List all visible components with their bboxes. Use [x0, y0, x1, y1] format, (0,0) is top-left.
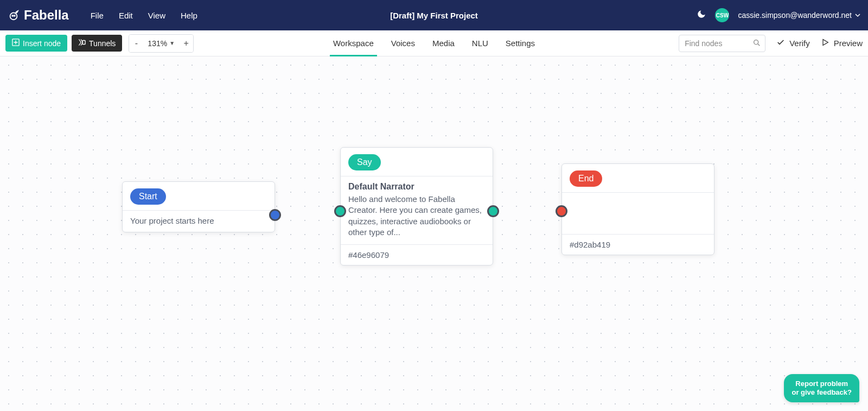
tunnel-icon — [78, 39, 86, 48]
node-end[interactable]: End #d92ab419 — [561, 163, 714, 255]
menu-edit[interactable]: Edit — [119, 11, 133, 20]
node-say[interactable]: Say Default Narrator Hello and welcome t… — [340, 147, 493, 265]
node-start[interactable]: Start Your project starts here — [122, 181, 275, 232]
workspace-canvas[interactable]: Start Your project starts here Say Defau… — [0, 56, 868, 411]
menu-view[interactable]: View — [148, 11, 165, 20]
menu-file[interactable]: File — [91, 11, 104, 20]
node-say-label: Say — [348, 154, 381, 170]
node-end-id: #d92ab419 — [562, 234, 714, 255]
user-email-text: cassie.simpson@wanderword.net — [738, 11, 852, 20]
main-menu: File Edit View Help — [91, 11, 197, 20]
tab-media[interactable]: Media — [432, 30, 455, 56]
node-say-id: #46e96079 — [341, 244, 493, 265]
user-avatar[interactable]: CSW — [715, 8, 729, 22]
brand-name: Fabella — [24, 8, 69, 23]
node-start-label: Start — [130, 188, 166, 205]
preview-button[interactable]: Preview — [821, 38, 863, 48]
port-say-out[interactable] — [487, 205, 499, 217]
port-start-out[interactable] — [269, 209, 281, 221]
search-wrap — [679, 35, 765, 52]
node-say-text: Hello and welcome to Fabella Creator. He… — [348, 194, 485, 238]
workspace-tabs: Workspace Voices Media NLU Settings — [333, 30, 535, 56]
plus-icon — [12, 39, 20, 48]
toolbar: Insert node Tunnels - 131% ▼ + Workspace… — [0, 30, 868, 56]
search-icon — [752, 39, 761, 49]
project-title[interactable]: [Draft] My First Project — [390, 11, 478, 20]
caret-down-icon: ▼ — [169, 40, 175, 46]
zoom-control: - 131% ▼ + — [129, 34, 194, 53]
node-end-label: End — [570, 170, 602, 187]
tab-settings[interactable]: Settings — [506, 30, 535, 56]
svg-point-2 — [14, 15, 15, 16]
play-icon — [821, 38, 829, 48]
menu-help[interactable]: Help — [181, 11, 197, 20]
port-end-in[interactable] — [556, 205, 567, 217]
verify-button[interactable]: Verify — [776, 38, 810, 48]
tunnels-button[interactable]: Tunnels — [72, 35, 122, 52]
zoom-in-button[interactable]: + — [179, 35, 193, 52]
theme-toggle-icon[interactable] — [697, 9, 706, 21]
port-say-in[interactable] — [334, 205, 346, 217]
check-icon — [776, 38, 785, 48]
tab-workspace[interactable]: Workspace — [333, 30, 374, 56]
chevron-down-icon — [855, 11, 860, 20]
edges-layer — [0, 56, 163, 138]
feedback-button[interactable]: Report problem or give feedback? — [784, 374, 859, 403]
zoom-value[interactable]: 131% ▼ — [143, 39, 179, 48]
brand-icon — [8, 9, 20, 21]
node-say-subtitle: Default Narrator — [348, 182, 485, 192]
tab-nlu[interactable]: NLU — [472, 30, 488, 56]
tab-voices[interactable]: Voices — [391, 30, 415, 56]
user-menu[interactable]: cassie.simpson@wanderword.net — [738, 11, 860, 20]
node-start-body: Your project starts here — [130, 216, 214, 225]
svg-point-5 — [754, 40, 758, 44]
brand-logo[interactable]: Fabella — [8, 8, 69, 23]
insert-node-button[interactable]: Insert node — [5, 35, 67, 52]
app-header: Fabella File Edit View Help [Draft] My F… — [0, 0, 868, 30]
svg-point-1 — [12, 15, 13, 16]
zoom-out-button[interactable]: - — [129, 35, 143, 52]
svg-point-0 — [10, 12, 17, 20]
